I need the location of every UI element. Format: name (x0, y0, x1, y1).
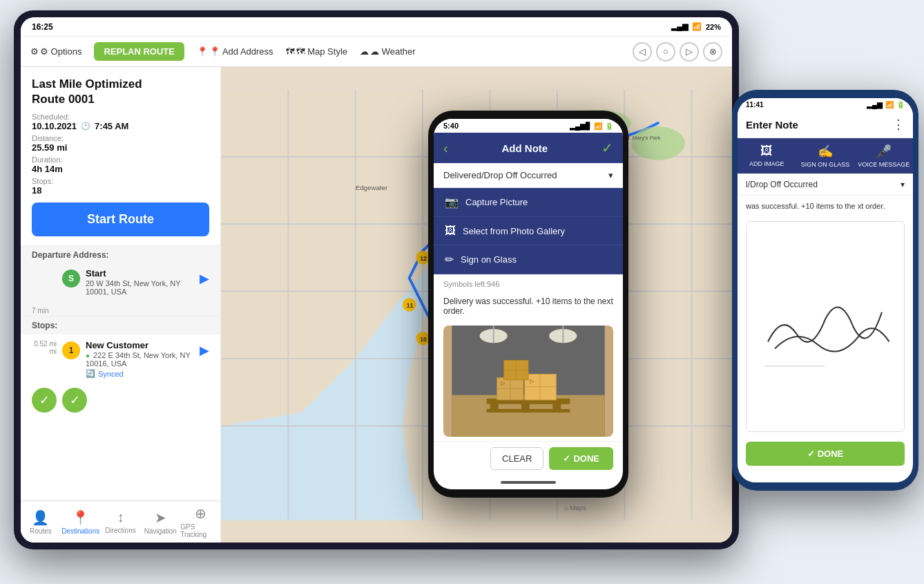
tab-routes[interactable]: 👤 Routes (21, 505, 61, 538)
phone2-dropdown[interactable]: l/Drop Off Occurred ▾ (738, 174, 913, 196)
capture-picture-button[interactable]: 📷 Capture Picture (434, 188, 623, 217)
stops-section-label: Stops: (21, 316, 220, 335)
add-image-button[interactable]: 🖼 ADD IMAGE (738, 144, 796, 168)
phone2-title: Enter Note (746, 119, 798, 131)
phone2-note-text: was successful. +10 items to the xt orde… (738, 196, 913, 217)
more-options-icon[interactable]: ⋮ (892, 117, 905, 132)
action-buttons-row: ✓ ✓ (21, 384, 220, 417)
phone2-chevron-icon: ▾ (901, 180, 905, 189)
phone2-done-button[interactable]: ✓ DONE (746, 442, 905, 466)
weather-icon: ☁ (360, 46, 369, 57)
gear-icon: ⚙ (30, 46, 39, 57)
tab-bar: 👤 Routes 📍 Destinations ↕ Directions ➤ N… (21, 500, 220, 543)
phone1-title: Add Note (454, 142, 596, 154)
tab-directions[interactable]: ↕ Directions (101, 505, 141, 538)
clear-button[interactable]: CLEAR (490, 447, 543, 470)
stop-1-dist: 0.52 mi mi (32, 340, 57, 355)
synced-badge: 🔄 Synced (86, 369, 194, 378)
sign-on-glass-button[interactable]: ✏ Sign on Glass (434, 245, 623, 274)
route-header: Last Mile Optimized Route 0001 Scheduled… (21, 67, 220, 202)
nav-stop-button[interactable]: ○ (656, 42, 675, 62)
stop-1-info: New Customer ● 222 E 34th St, New York, … (86, 340, 194, 378)
back-button[interactable]: ‹ (443, 140, 448, 156)
start-badge: S (62, 270, 80, 288)
svg-text:11: 11 (407, 302, 414, 309)
map-style-button[interactable]: 🗺 🗺 Map Style (286, 46, 347, 57)
phone1-signal-icon: ▂▄▆▊ (570, 122, 591, 130)
destinations-icon: 📍 (72, 509, 89, 526)
nav-prev-button[interactable]: ◁ (633, 42, 652, 62)
svg-text:10: 10 (420, 336, 427, 343)
note-content: Delivery was successful. +10 items to th… (434, 294, 623, 321)
gps-icon: ⊕ (195, 505, 206, 522)
pen-icon: ✏ (445, 253, 454, 266)
departure-section: Departure Address: S Start 20 W 34th St,… (21, 245, 220, 305)
svg-text:▷: ▷ (501, 380, 506, 386)
stop-1-nav-arrow: ▶ (200, 343, 209, 358)
wifi-icon: 📶 (692, 22, 702, 31)
tab-navigation[interactable]: ➤ Navigation (140, 505, 180, 538)
battery-label: 22% (706, 23, 721, 31)
options-button[interactable]: ⚙ ⚙ Options (30, 46, 81, 57)
phone2-dropdown-value: l/Drop Off Occurred (746, 180, 818, 189)
sign-on-glass-action-button[interactable]: ✍ SIGN ON GLASS (796, 144, 855, 168)
stop-1-badge: 1 (62, 341, 80, 359)
dropdown-value: Delivered/Drop Off Occurred (443, 170, 557, 180)
home-bar-line (501, 481, 556, 484)
phone1-screen: 5:40 ▂▄▆▊ 📶 🔋 ‹ Add Note ✓ Delivered/Dro… (434, 119, 623, 489)
nav-close-button[interactable]: ⊗ (703, 42, 722, 62)
svg-text:Edgewater: Edgewater (356, 184, 388, 191)
routes-icon: 👤 (32, 509, 49, 526)
stop-1-item: 0.52 mi mi 1 New Customer ● 222 E 34th S… (21, 335, 220, 384)
phone1-header: ‹ Add Note ✓ (434, 133, 623, 163)
microphone-icon: 🎤 (876, 144, 892, 159)
departure-label: Departure Address: (32, 250, 209, 260)
svg-text:12: 12 (420, 255, 427, 262)
route-title: Last Mile Optimized Route 0001 (32, 77, 209, 107)
confirm-icon[interactable]: ✓ (601, 140, 613, 156)
phone1-device: 5:40 ▂▄▆▊ 📶 🔋 ‹ Add Note ✓ Delivered/Dro… (428, 111, 628, 498)
sign-icon: ✍ (818, 144, 833, 159)
checkmark-1-button[interactable]: ✓ (32, 388, 57, 413)
signature-area[interactable] (746, 221, 905, 432)
weather-button[interactable]: ☁ ☁ Weather (360, 46, 416, 57)
svg-point-15 (631, 126, 685, 160)
pin-icon: 📍 (197, 46, 208, 57)
phone2-bottom-bar (738, 471, 913, 482)
add-address-button[interactable]: 📍 📍 Add Address (197, 46, 273, 57)
phone1-dropdown[interactable]: Delivered/Drop Off Occurred ▾ (434, 163, 623, 188)
chevron-down-icon: ▾ (608, 170, 613, 180)
nav-controls: ◁ ○ ▷ ⊗ (633, 42, 722, 62)
route-meta: Scheduled: 10.10.2021 🕐 7:45 AM Distance… (32, 113, 209, 196)
nav-next-button[interactable]: ▷ (680, 42, 699, 62)
voice-message-button[interactable]: 🎤 VOICE MESSAGE (854, 144, 913, 168)
replan-route-button[interactable]: REPLAN ROUTE (94, 42, 184, 61)
photo-gallery-button[interactable]: 🖼 Select from Photo Gallery (434, 217, 623, 245)
phone2-status-bar: 11:41 ▂▄▆ 📶 🔋 (738, 98, 913, 111)
phone1-wifi-icon: 📶 (594, 122, 602, 130)
phone2-device: 11:41 ▂▄▆ 📶 🔋 Enter Note ⋮ 🖼 ADD IMAGE ✍… (732, 90, 918, 491)
checkmark-2-button[interactable]: ✓ (62, 388, 87, 413)
symbols-count: Symbols left:946 (434, 274, 623, 294)
delivery-image: ▷ ▷ (443, 326, 613, 437)
svg-rect-58 (487, 409, 570, 413)
svg-text:▷: ▷ (530, 378, 535, 384)
done-button[interactable]: ✓ DONE (549, 447, 613, 470)
phone2-screen: 11:41 ▂▄▆ 📶 🔋 Enter Note ⋮ 🖼 ADD IMAGE ✍… (738, 98, 913, 482)
svg-text:⌕ Maps: ⌕ Maps (564, 504, 587, 511)
tab-gps-tracking[interactable]: ⊕ GPS Tracking (180, 505, 220, 538)
tab-destinations[interactable]: 📍 Destinations (61, 505, 101, 538)
start-route-button[interactable]: Start Route (32, 202, 209, 236)
tablet-toolbar: ⚙ ⚙ Options REPLAN ROUTE 📍 📍 Add Address… (21, 37, 732, 67)
add-image-icon: 🖼 (760, 144, 773, 158)
time-distance-row: 7 min (21, 305, 220, 316)
start-stop-info: Start 20 W 34th St, New York, NY 10001, … (86, 268, 194, 296)
navigation-icon: ➤ (155, 509, 166, 526)
signal-icon: ▂▄▆ (671, 22, 688, 31)
home-bar (434, 475, 623, 489)
gallery-icon: 🖼 (445, 225, 456, 237)
sync-icon: 🔄 (86, 369, 95, 378)
phone2-check-icon: ✓ (807, 449, 815, 459)
tablet-device: 16:25 ▂▄▆ 📶 22% ⚙ ⚙ Options REPLAN ROUTE… (14, 10, 739, 549)
phone2-battery-icon: 🔋 (896, 101, 905, 109)
